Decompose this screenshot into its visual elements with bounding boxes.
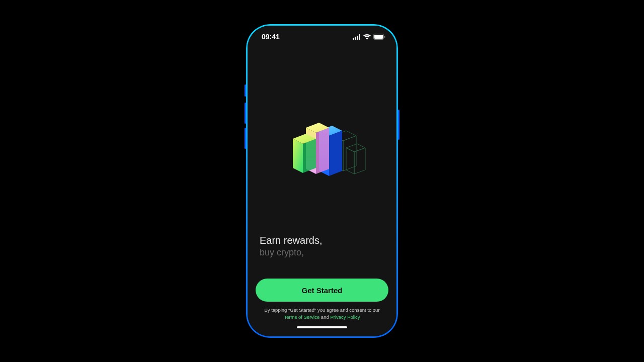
home-indicator[interactable] (297, 326, 347, 328)
status-bar: 09:41 (248, 26, 396, 48)
battery-icon (373, 34, 385, 40)
svg-rect-3 (359, 34, 360, 40)
svg-rect-1 (355, 37, 356, 40)
status-indicators (353, 34, 385, 40)
svg-rect-6 (384, 36, 385, 38)
phone-screen: 09:41 (248, 26, 396, 336)
phone-device-frame: 09:41 (246, 24, 398, 338)
privacy-policy-link[interactable]: Privacy Policy (330, 314, 360, 320)
get-started-button[interactable]: Get Started (256, 279, 388, 302)
cellular-signal-icon (353, 34, 361, 40)
onboarding-content: Earn rewards, buy crypto, Get Started By… (248, 48, 396, 336)
svg-rect-5 (374, 35, 383, 39)
hero-area (256, 48, 388, 234)
legal-prefix: By tapping "Get Started" you agree and c… (264, 307, 379, 313)
mute-switch (245, 84, 246, 97)
power-button (398, 110, 399, 140)
svg-rect-0 (353, 38, 354, 40)
volume-up-button (245, 103, 246, 124)
tagline: Earn rewards, buy crypto, (256, 234, 388, 279)
terms-of-service-link[interactable]: Terms of Service (284, 314, 319, 320)
volume-down-button (245, 128, 246, 149)
legal-disclaimer: By tapping "Get Started" you agree and c… (256, 307, 388, 320)
legal-and: and (319, 314, 330, 320)
tagline-line-2: buy crypto, (260, 247, 384, 258)
tagline-line-1: Earn rewards, (260, 234, 384, 247)
svg-rect-2 (357, 36, 358, 40)
hero-bars-graphic (277, 116, 367, 186)
wifi-icon (363, 34, 371, 40)
status-time: 09:41 (262, 33, 280, 41)
